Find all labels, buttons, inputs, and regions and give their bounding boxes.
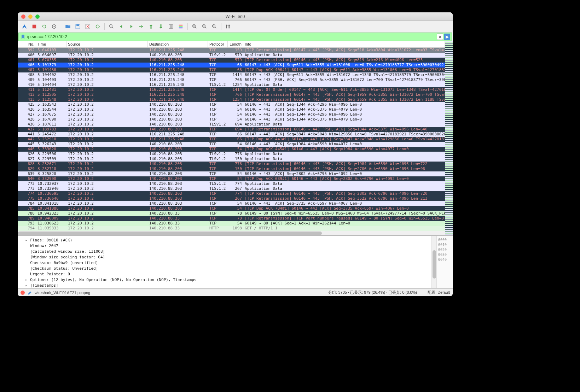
packet-row[interactable]: 4085.104402172.20.10.2116.211.225.248TCP… [18,72,445,77]
packet-row[interactable]: 4005.064097172.20.10.2140.210.88.203TLSv… [18,53,445,58]
packet-row[interactable]: 6278.229509172.20.10.2140.210.88.203TLSv… [18,157,445,162]
packet-row[interactable]: 4375.189783172.20.10.2140.210.88.203TCP6… [18,127,445,132]
packet-row[interactable]: 4015.070335172.20.10.2140.210.88.203TCP5… [18,58,445,63]
zoom-reset-icon[interactable] [210,22,219,31]
packet-row[interactable]: 4365.187611172.20.10.2140.210.88.203TLSv… [18,122,445,127]
col-info[interactable]: Info [243,41,445,47]
save-file-icon[interactable] [73,22,82,31]
packet-list: No. Time Source Destination Protocol Len… [18,41,453,236]
open-file-icon[interactable] [63,22,72,31]
capture-options-icon[interactable] [50,22,59,31]
packet-row[interactable]: 78510.841888172.20.10.2140.210.88.203TCP… [18,206,445,211]
svg-point-2 [54,26,55,27]
packet-row[interactable]: 4415.245472172.20.10.2116.211.225.248TCP… [18,132,445,137]
packet-row[interactable]: 77510.736640172.20.10.2140.210.88.203TCP… [18,196,445,201]
expand-icon[interactable]: ▸ [25,238,29,243]
horizontal-scrollbar[interactable] [18,231,445,235]
expert-info-icon[interactable] [21,291,25,295]
titlebar[interactable]: Wi-Fi: en0 [18,12,453,21]
find-icon[interactable] [107,22,116,31]
expand-icon[interactable]: ▸ [25,277,29,283]
packet-row[interactable]: 4425.252910172.20.10.2116.211.225.248TCP… [18,137,445,142]
col-length[interactable]: Length [228,41,243,47]
svg-rect-0 [33,24,36,28]
clear-filter-icon[interactable]: ✕ [437,34,443,40]
next-packet-icon[interactable] [127,22,136,31]
close-file-icon[interactable] [83,22,92,31]
display-filter-input[interactable] [27,34,436,39]
profile-value[interactable]: Default [437,290,450,294]
details-scrollbar[interactable] [431,236,436,288]
window-title: Wi-Fi: en0 [18,14,453,19]
stop-capture-icon[interactable] [30,22,39,31]
packet-row[interactable]: 4065.101373172.20.10.2116.211.225.248TCP… [18,63,445,68]
packet-row[interactable]: 4135.112548172.20.10.2116.211.225.248TCP… [18,97,445,102]
shark-fin-icon[interactable] [20,22,29,31]
packet-row[interactable]: 4265.163544172.20.10.2140.210.88.203TCP5… [18,107,445,112]
packet-row[interactable]: 4275.167675172.20.10.2140.210.88.203TCP5… [18,112,445,117]
col-destination[interactable]: Destination [148,41,208,47]
detail-line[interactable]: [Checksum Status: Unverified] [21,266,429,271]
detail-line[interactable]: ▸[Timestamps] [21,283,429,288]
byte-offset: 0020 [438,247,451,252]
byte-offset: 0030 [438,252,451,257]
packet-stats: 分组: 3705 · 已显示: 979 (26.4%) · 已丢弃: 0 (0.… [328,290,417,295]
packet-row[interactable]: 79411.035333172.20.10.2140.210.88.33HTTP… [18,226,445,231]
packet-row[interactable]: 78410.841018172.20.10.2140.210.88.203TCP… [18,201,445,206]
capture-file-name: wireshark_Wi-Fi91AE21.pcapng [35,291,328,295]
col-no[interactable]: No. [18,41,36,47]
packet-row[interactable]: 77410.736595172.20.10.2140.210.88.203TCP… [18,191,445,196]
detail-line[interactable]: [Window size scaling factor: 64] [21,254,429,260]
svg-point-6 [110,24,112,27]
packet-minimap[interactable] [445,41,453,235]
byte-offset: 0000 [438,238,451,242]
first-packet-icon[interactable] [146,22,156,31]
packet-row[interactable]: 6298.232710172.20.10.2140.210.88.203TCP1… [18,166,445,171]
detail-line[interactable]: ▸Flags: 0x010 (ACK) [21,238,429,243]
packet-row[interactable]: 4105.104404172.20.10.2116.211.225.248TLS… [18,82,445,87]
expand-icon[interactable]: ▸ [25,283,29,288]
prev-packet-icon[interactable] [117,22,126,31]
packet-row[interactable]: 79311.030623172.20.10.2140.210.88.33TCP5… [18,221,445,226]
packet-row[interactable]: 4125.112505172.20.10.2116.211.225.248TCP… [18,92,445,97]
svg-rect-10 [179,27,183,28]
col-time[interactable]: Time [36,41,66,47]
reload-file-icon[interactable] [93,22,102,31]
packet-row[interactable]: 3925.046103172.20.10.2116.211.225.248TCP… [18,48,445,53]
zoom-in-icon[interactable] [190,22,199,31]
packet-row[interactable]: 4465.333020172.20.10.2140.210.88.203TCP5… [18,147,445,152]
resize-columns-icon[interactable] [224,22,233,31]
byte-offset: 0010 [438,242,451,247]
packet-row[interactable]: 6268.229506172.20.10.2140.210.88.203TLSv… [18,152,445,157]
packet-row[interactable]: 4255.163543172.20.10.2140.210.88.203TCP5… [18,102,445,107]
packet-row[interactable]: 4075.101438172.20.10.2116.211.225.248TCP… [18,68,445,72]
col-protocol[interactable]: Protocol [208,41,228,47]
goto-packet-icon[interactable] [137,22,146,31]
auto-scroll-icon[interactable] [166,22,175,31]
detail-line[interactable]: Window: 2047 [21,243,429,249]
packet-row[interactable]: 78910.946009172.20.10.2140.210.88.33TCP7… [18,216,445,221]
zoom-out-icon[interactable] [200,22,209,31]
detail-line[interactable]: [Calculated window size: 131008] [21,249,429,254]
detail-line[interactable]: Urgent Pointer: 0 [21,271,429,277]
packet-row[interactable]: 4115.112481172.20.10.2116.211.225.248TCP… [18,87,445,92]
last-packet-icon[interactable] [156,22,166,31]
packet-row[interactable]: 6288.232671172.20.10.2140.210.88.203TCP7… [18,162,445,166]
edit-capture-icon[interactable] [28,290,33,295]
packet-row[interactable]: 78810.942323172.20.10.2140.210.88.33TCP7… [18,211,445,216]
packet-row[interactable]: 77210.732937172.20.10.2140.210.88.203TLS… [18,181,445,186]
packet-row[interactable]: 6408.332900172.20.10.2140.210.88.203TCP5… [18,176,445,181]
restart-capture-icon[interactable] [40,22,49,31]
packet-row[interactable]: 77310.732940172.20.10.2140.210.88.203TLS… [18,186,445,191]
packet-row[interactable]: 4095.104403172.20.10.2116.211.225.248TCP… [18,77,445,82]
column-headers[interactable]: No. Time Source Destination Protocol Len… [18,41,445,48]
detail-line[interactable]: Checksum: 0x9ba9 [unverified] [21,260,429,266]
packet-row[interactable]: 6398.325820172.20.10.2140.210.88.203TCP5… [18,171,445,176]
packet-row[interactable]: 4455.326243172.20.10.2140.210.88.203TCP5… [18,142,445,147]
col-source[interactable]: Source [66,41,148,47]
packet-row[interactable]: 4285.167690172.20.10.2140.210.88.203TCP5… [18,117,445,122]
colorize-icon[interactable] [176,22,185,31]
detail-line[interactable]: ▸Options: (12 bytes), No-Operation (NOP)… [21,277,429,283]
apply-filter-icon[interactable]: ▶ [444,34,450,40]
bookmark-icon[interactable] [20,34,26,40]
